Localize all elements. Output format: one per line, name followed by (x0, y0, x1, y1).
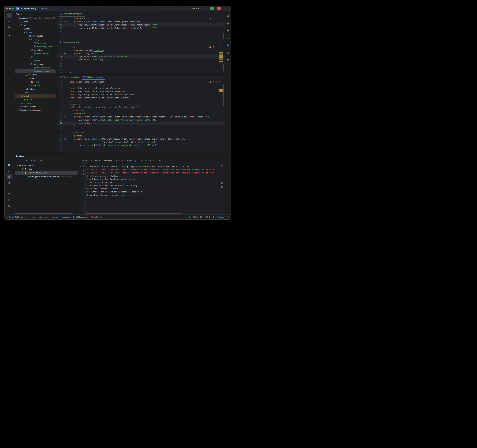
chevron-down-icon[interactable] (23, 31, 26, 33)
tree-item-pom-xml[interactable]: mpom.xml (15, 101, 55, 105)
chevron-down-icon[interactable] (16, 164, 18, 166)
inspections-widget[interactable]: ✓1 (210, 17, 220, 19)
tree-item-maininterceptor[interactable]: CMainInterceptor (15, 66, 55, 69)
editor-content[interactable]: 65 @Override66@ public void addIntercept… (57, 16, 225, 40)
editor-scrollbar[interactable] (223, 33, 224, 39)
breadcrumb-item-src[interactable]: src (26, 216, 28, 218)
editor-tab-maininterceptor-java[interactable]: CMainInterceptor.java (58, 75, 81, 80)
tab-bar-more-icon[interactable] (221, 12, 223, 15)
rerun-debug-button[interactable] (145, 159, 147, 162)
chevron-right-icon[interactable] (18, 21, 21, 23)
tool-stripe-button-problems[interactable] (7, 198, 12, 203)
refresh-gray-button[interactable] (83, 169, 85, 171)
tree-item-index-html[interactable]: <>index.html (15, 84, 55, 87)
soft-wrap-button[interactable] (221, 173, 223, 175)
next-problem-icon[interactable] (218, 80, 220, 83)
editor-scrollbar[interactable] (223, 64, 224, 71)
tree-item-test-js[interactable]: JStest.js (15, 80, 55, 84)
scroll-box-button[interactable] (83, 173, 85, 175)
at-gutter-icon[interactable]: @ (67, 21, 69, 23)
tree-item-config[interactable]: config (15, 38, 55, 41)
tool-stripe-button-bookmarks-brackets[interactable]: [] (7, 180, 12, 185)
next-problem-icon[interactable] (218, 17, 220, 19)
add-button[interactable] (40, 159, 42, 162)
tool-stripe-button-project-folder[interactable] (7, 13, 12, 18)
status-copilot-widget[interactable] (212, 216, 215, 218)
chevron-down-icon[interactable] (19, 168, 21, 170)
tree-item-webapp[interactable]: webapp (15, 87, 55, 91)
tool-stripe-button-services-hex[interactable] (7, 174, 12, 179)
warning-stripe-mark[interactable] (219, 52, 223, 53)
bulb-gutter-icon[interactable] (64, 122, 66, 124)
console-hscrollbar[interactable] (86, 213, 182, 214)
override-gutter-icon[interactable] (64, 138, 66, 140)
editor-scrollbar[interactable] (223, 84, 224, 106)
tool-stripe-button-run-play[interactable] (7, 186, 12, 191)
rerun-button[interactable] (141, 159, 143, 162)
chevron-down-icon[interactable] (18, 24, 21, 26)
tree-item-resources[interactable]: resources (15, 73, 55, 77)
chevron-right-icon[interactable] (18, 95, 21, 97)
warning-stripe-mark[interactable] (219, 90, 223, 91)
locate-button[interactable] (26, 159, 28, 162)
tree-item-com-example[interactable]: com.example (15, 34, 55, 38)
warning-stripe-mark[interactable] (219, 89, 223, 90)
warning-stripe-mark[interactable] (219, 57, 223, 58)
tree-item-webconfiguration[interactable]: CWebConfiguration (15, 45, 55, 48)
editor-content[interactable]: new *17 @GetMapping("/hello")18 public S… (57, 45, 225, 74)
tree-item-entity[interactable]: entity (15, 55, 55, 59)
status-widget-utf-8[interactable]: UTF-8 (205, 216, 210, 218)
arrow-down-button[interactable] (221, 169, 223, 171)
tool-stripe-button-chat[interactable] (225, 43, 230, 48)
tool-stripe-button-maven[interactable]: m (225, 36, 230, 41)
gauge-button[interactable] (159, 159, 161, 162)
open-split-button[interactable] (34, 159, 36, 162)
breadcrumb-item-com[interactable]: com (45, 216, 48, 218)
services-item-tomcat-server[interactable]: Tomcat Server (15, 163, 78, 167)
minimize-window-button[interactable] (9, 8, 11, 9)
editor-tab-webconfiguration-java[interactable]: CWebConfiguration.java✕ (58, 11, 86, 16)
expand-all-button[interactable] (16, 159, 18, 162)
chevron-right-icon[interactable] (16, 109, 18, 111)
chevron-down-icon[interactable] (21, 28, 23, 30)
tool-stripe-button-version-control[interactable] (7, 204, 12, 209)
refresh-button[interactable] (153, 159, 155, 162)
override-gutter-icon[interactable] (64, 116, 66, 118)
breadcrumb-item-springmvcstudy[interactable]: SpringMVCStudy (7, 216, 23, 218)
tree-item--gitignore[interactable]: .gitignore (15, 98, 55, 101)
status-widget-lf[interactable]: LF (200, 216, 202, 218)
close-window-button[interactable] (6, 8, 8, 9)
tree-item-src[interactable]: src (15, 24, 55, 27)
branch-widget[interactable]: master (42, 7, 51, 10)
globe-gutter-icon[interactable] (64, 53, 66, 54)
override-gutter-icon[interactable] (64, 21, 66, 23)
console-tab-server[interactable]: Server (81, 158, 89, 163)
project-panel-title[interactable]: Project (16, 13, 22, 15)
prev-problem-icon[interactable] (215, 80, 217, 83)
editor-content[interactable]: 1package com.example.interceptor;23impor… (57, 80, 225, 153)
arrow-up-button[interactable] (221, 165, 223, 167)
status-widget-4-spaces[interactable]: 4 spaces (217, 216, 224, 218)
chevron-down-icon[interactable] (28, 63, 31, 65)
printer-button[interactable] (221, 182, 223, 184)
swap-button[interactable] (83, 165, 85, 167)
chevron-right-icon[interactable] (21, 91, 23, 93)
project-widget[interactable]: SpringMVCStudy (20, 7, 39, 10)
warning-stripe-mark[interactable] (219, 58, 223, 59)
breadcrumb-item-main[interactable]: main (31, 216, 35, 218)
tree-item-external-libraries[interactable]: External Libraries (15, 105, 55, 108)
chevron-down-icon[interactable] (26, 35, 28, 37)
tool-stripe-button-commit[interactable] (7, 19, 12, 24)
tree-item-user[interactable]: CUser (15, 59, 55, 62)
kebab-button[interactable] (163, 159, 165, 162)
tree-item-interceptor[interactable]: interceptor (15, 62, 55, 66)
breadcrumb-item-subinterceptor[interactable]: CSubInterceptor (73, 216, 88, 218)
maximize-window-button[interactable] (12, 8, 14, 9)
project-avatar[interactable]: SM (16, 7, 19, 10)
warning-stripe-mark[interactable] (219, 55, 223, 55)
tree-item-static[interactable]: static (15, 77, 55, 80)
run-configuration-selector[interactable]: Tomcat 10.1.232 (191, 7, 208, 10)
services-item-running[interactable]: Running (15, 167, 78, 171)
prev-problem-icon[interactable] (215, 17, 217, 19)
tree-item-target[interactable]: target (15, 94, 55, 98)
